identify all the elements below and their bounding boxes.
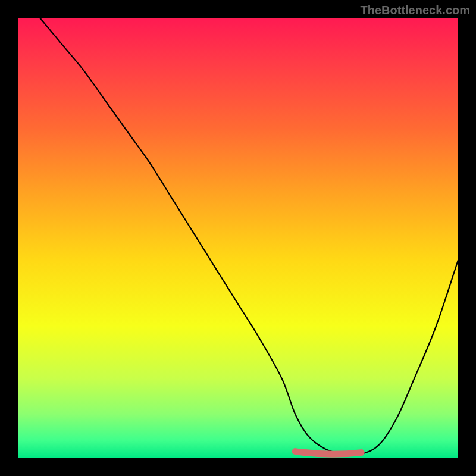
watermark-text: TheBottleneck.com — [361, 4, 470, 17]
gradient-rect — [18, 18, 458, 458]
plot-area — [18, 18, 458, 458]
stage: TheBottleneck.com — [0, 0, 476, 476]
gradient-background — [18, 18, 458, 458]
